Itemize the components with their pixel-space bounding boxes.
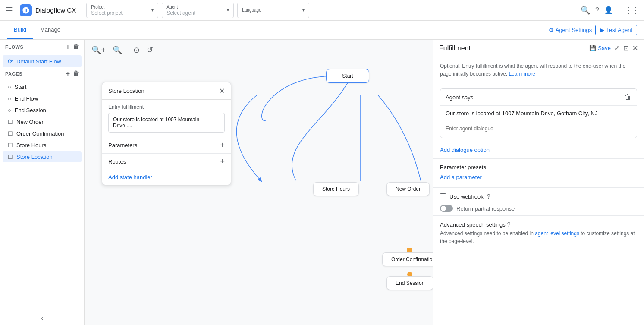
agent-says-delete-button[interactable]: 🗑 (625, 93, 631, 101)
collapse-sidebar-button[interactable]: ‹ (0, 311, 84, 325)
add-state-handler-link[interactable]: Add state handler (102, 170, 231, 185)
zoom-in-button[interactable]: 🔍+ (90, 44, 107, 57)
divider-3 (433, 215, 644, 216)
page-item-store-location[interactable]: ☐ Store Location (3, 151, 82, 162)
subnav: Build Manage ⚙ Agent Settings ▶ Test Age… (0, 21, 644, 40)
agent-arrow-icon: ▾ (227, 8, 229, 13)
page-label-store-hours: Store Hours (16, 142, 46, 148)
search-icon[interactable]: 🔍 (581, 6, 590, 15)
node-label-new-order: New Order (396, 186, 421, 192)
agent-says-card: Agent says 🗑 Our store is located at 100… (440, 88, 637, 138)
delete-flow-icon[interactable]: 🗑 (73, 43, 79, 51)
webhook-help-icon[interactable]: ? (487, 193, 490, 200)
agent-select[interactable]: Agent Select agent ▾ (162, 3, 234, 18)
test-agent-button[interactable]: ▶ Test Agent (595, 25, 637, 35)
advanced-speech-section: Advanced speech settings ? Advanced sett… (433, 218, 644, 249)
agent-dialogue-input[interactable] (446, 124, 631, 133)
node-label-start: Start (342, 73, 353, 79)
add-route-button[interactable]: + (220, 157, 225, 166)
tab-manage[interactable]: Manage (33, 21, 67, 39)
page-icon-new-order: ☐ (8, 119, 13, 125)
page-icon-end-session: ○ (8, 107, 11, 114)
test-agent-label: Test Agent (606, 27, 632, 33)
return-partial-toggle[interactable] (440, 205, 453, 212)
parameter-presets-title: Parameter presets (440, 164, 637, 170)
language-arrow-icon: ▾ (302, 8, 305, 13)
page-item-end-session[interactable]: ○ End Session (3, 105, 82, 116)
page-label-new-order: New Order (16, 119, 44, 125)
advanced-speech-desc: Advanced settings need to be enabled in … (440, 230, 637, 245)
use-webhook-checkbox[interactable] (440, 193, 446, 199)
menu-icon[interactable]: ☰ (5, 5, 13, 16)
agent-says-content: Our store is located at 1007 Mountain Dr… (440, 106, 637, 138)
grid-icon[interactable]: ⋮⋮⋮ (618, 6, 639, 15)
add-dialogue-link[interactable]: Add dialogue option (433, 143, 644, 157)
flows-actions: + 🗑 (66, 43, 79, 51)
learn-more-link[interactable]: Learn more (509, 71, 535, 77)
flow-node-new-order[interactable]: New Order (386, 182, 430, 196)
flow-node-end-session[interactable]: End Session (386, 276, 433, 290)
sidebar: FLOWS + 🗑 ⟳ Default Start Flow PAGES + 🗑… (0, 40, 85, 325)
entry-fulfillment-section: Entry fulfillment Our store is located a… (102, 100, 231, 137)
flow-node-start[interactable]: Start (326, 69, 369, 83)
routes-label: Routes (108, 158, 126, 165)
pages-label: PAGES (5, 71, 22, 76)
entry-fulfillment-text[interactable]: Our store is located at 1007 Mountain Dr… (108, 113, 225, 133)
page-icon-store-hours: ☐ (8, 142, 13, 148)
fit-view-button[interactable]: ⊙ (132, 44, 141, 57)
delete-page-icon[interactable]: 🗑 (73, 70, 79, 78)
use-webhook-label: Use webhook (449, 193, 484, 200)
canvas-container: 🔍+ 🔍− ⊙ ↺ (85, 40, 433, 325)
advanced-speech-help-icon[interactable]: ? (507, 221, 511, 228)
add-flow-icon[interactable]: + (66, 43, 70, 51)
expand-icon[interactable]: ⤢ (614, 44, 620, 52)
language-label: Language (242, 8, 302, 13)
account-icon[interactable]: 👤 (604, 6, 613, 14)
add-page-icon[interactable]: + (66, 70, 70, 78)
agent-level-settings-link[interactable]: agent level settings (535, 230, 579, 237)
page-icon-start: ○ (8, 84, 11, 90)
page-item-start[interactable]: ○ Start (3, 82, 82, 92)
close-fulfillment-icon[interactable]: ✕ (632, 44, 638, 52)
page-item-end-flow[interactable]: ○ End Flow (3, 93, 82, 104)
agent-value: Select agent (166, 10, 227, 16)
language-select[interactable]: Language ▾ (237, 3, 309, 18)
agent-settings-button[interactable]: ⚙ Agent Settings (549, 27, 592, 33)
project-value: Select project (91, 10, 151, 16)
zoom-out-button[interactable]: 🔍− (111, 44, 129, 57)
help-icon[interactable]: ? (595, 6, 599, 14)
page-item-new-order[interactable]: ☐ New Order (3, 117, 82, 127)
pages-section-header: PAGES + 🗑 (0, 68, 84, 81)
add-parameter-link[interactable]: Add a parameter (440, 172, 637, 182)
add-parameter-button[interactable]: + (220, 141, 225, 150)
routes-section: Routes + (102, 153, 231, 170)
flows-label: FLOWS (5, 44, 23, 50)
app-title: Dialogflow CX (35, 6, 76, 14)
play-icon: ▶ (600, 27, 604, 33)
flow-node-order-confirmation[interactable]: Order Confirmation (382, 252, 433, 266)
return-partial-label: Return partial response (456, 205, 515, 212)
agent-settings-label: Agent Settings (556, 27, 592, 33)
save-icon: 💾 (589, 45, 596, 51)
use-webhook-row: Use webhook ? (433, 189, 644, 203)
flow-item-default[interactable]: ⟳ Default Start Flow (3, 55, 82, 67)
store-location-card-close-button[interactable]: ✕ (219, 87, 225, 95)
entry-fulfillment-label: Entry fulfillment (108, 104, 225, 110)
page-label-start: Start (15, 84, 26, 90)
project-select[interactable]: Project Select project ▾ (86, 3, 158, 18)
tab-build[interactable]: Build (7, 21, 33, 39)
divider-2 (433, 187, 644, 188)
fulfillment-header-actions: ⤢ ⊡ ✕ (614, 44, 638, 52)
flow-node-store-hours[interactable]: Store Hours (313, 182, 359, 196)
canvas[interactable]: Start Store Location ✕ Entry fulfillment… (85, 60, 433, 325)
fulfillment-save-button[interactable]: 💾 Save (589, 45, 611, 51)
page-item-order-confirmation[interactable]: ☐ Order Confirmation (3, 128, 82, 139)
shrink-icon[interactable]: ⊡ (623, 44, 629, 52)
history-button[interactable]: ↺ (145, 44, 155, 57)
page-label-end-session: End Session (15, 107, 46, 114)
node-label-end-session: End Session (396, 280, 424, 286)
page-label-store-location: Store Location (16, 154, 53, 160)
page-icon-store-location: ☐ (8, 154, 13, 160)
page-item-store-hours[interactable]: ☐ Store Hours (3, 140, 82, 151)
advanced-speech-title: Advanced speech settings ? (440, 221, 637, 228)
